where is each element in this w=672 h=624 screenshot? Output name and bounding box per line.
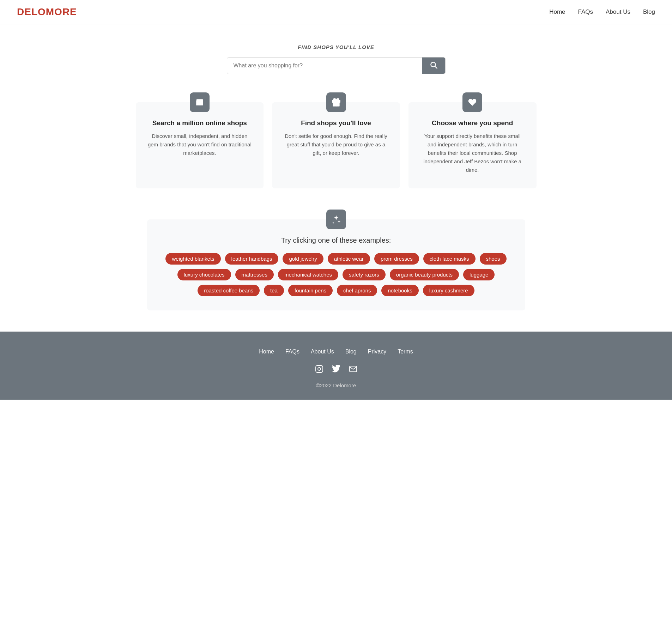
- tag-mechanical-watches[interactable]: mechanical watches: [278, 269, 338, 280]
- footer-nav-about-us[interactable]: About Us: [311, 349, 334, 355]
- feature-desc: Discover small, independent, and hidden …: [147, 132, 253, 157]
- feature-card-heart: Choose where you spendYour support direc…: [408, 102, 537, 188]
- tag-chef-aprons[interactable]: chef aprons: [337, 285, 377, 296]
- tag-mattresses[interactable]: mattresses: [235, 269, 274, 280]
- tag-cloth-face-masks[interactable]: cloth face masks: [423, 253, 476, 265]
- tag-fountain-pens[interactable]: fountain pens: [288, 285, 333, 296]
- nav-item-faqs[interactable]: FAQs: [578, 8, 593, 16]
- tag-luxury-cashmere[interactable]: luxury cashmere: [423, 285, 474, 296]
- footer-nav-blog[interactable]: Blog: [345, 349, 357, 355]
- search-icon: [429, 60, 438, 69]
- feature-title: Choose where you spend: [420, 119, 525, 127]
- footer-nav-privacy[interactable]: Privacy: [368, 349, 386, 355]
- tag-safety-razors[interactable]: safety razors: [343, 269, 386, 280]
- feature-desc: Your support directly benefits these sma…: [420, 132, 525, 174]
- instagram-icon[interactable]: [315, 365, 323, 375]
- site-header: DELOMORE HomeFAQsAbout UsBlog: [0, 0, 672, 24]
- tag-shoes[interactable]: shoes: [480, 253, 507, 265]
- tag-weighted-blankets[interactable]: weighted blankets: [165, 253, 220, 265]
- nav-item-blog[interactable]: Blog: [643, 8, 655, 16]
- tag-leather-handbags[interactable]: leather handbags: [225, 253, 279, 265]
- hero-tagline: FIND SHOPS YOU'LL LOVE: [8, 44, 664, 50]
- main-nav: HomeFAQsAbout UsBlog: [549, 8, 655, 16]
- search-button[interactable]: [422, 57, 445, 74]
- svg-rect-3: [316, 365, 323, 372]
- footer-nav-terms[interactable]: Terms: [398, 349, 413, 355]
- footer-nav: HomeFAQsAbout UsBlogPrivacyTerms: [8, 349, 664, 355]
- examples-icon-wrap: [326, 210, 346, 229]
- hero-section: FIND SHOPS YOU'LL LOVE: [0, 24, 672, 85]
- feature-desc: Don't settle for good enough. Find the r…: [283, 132, 389, 157]
- features-section: Search a million online shopsDiscover sm…: [125, 85, 548, 197]
- feature-card-gift: Find shops you'll loveDon't settle for g…: [272, 102, 400, 188]
- footer-copyright: ©2022 Delomore: [8, 382, 664, 388]
- store-icon-wrap: [190, 92, 210, 112]
- site-logo: DELOMORE: [17, 6, 77, 18]
- tag-gold-jewelry[interactable]: gold jewelry: [283, 253, 323, 265]
- tag-notebooks[interactable]: notebooks: [381, 285, 418, 296]
- examples-section: Try clicking one of these examples: weig…: [147, 219, 525, 310]
- feature-card-store: Search a million online shopsDiscover sm…: [136, 102, 264, 188]
- feature-title: Find shops you'll love: [283, 119, 389, 127]
- tag-luxury-chocolates[interactable]: luxury chocolates: [177, 269, 231, 280]
- tag-tea[interactable]: tea: [264, 285, 284, 296]
- svg-rect-0: [199, 103, 201, 105]
- footer-nav-home[interactable]: Home: [259, 349, 274, 355]
- svg-point-5: [321, 367, 321, 368]
- svg-point-4: [318, 368, 321, 370]
- tag-luggage[interactable]: luggage: [463, 269, 495, 280]
- footer-social-icons: [8, 365, 664, 375]
- nav-item-home[interactable]: Home: [549, 8, 565, 16]
- tag-athletic-wear[interactable]: athletic wear: [328, 253, 370, 265]
- gift-icon-wrap: [326, 92, 346, 112]
- tags-container: weighted blanketsleather handbagsgold je…: [158, 253, 514, 296]
- twitter-icon[interactable]: [332, 365, 340, 375]
- heart-icon-wrap: [462, 92, 482, 112]
- search-bar: [227, 57, 446, 74]
- search-input[interactable]: [227, 57, 422, 74]
- sparkles-icon: [331, 214, 341, 224]
- tag-roasted-coffee-beans[interactable]: roasted coffee beans: [198, 285, 260, 296]
- email-icon[interactable]: [349, 365, 357, 375]
- tag-organic-beauty-products[interactable]: organic beauty products: [390, 269, 459, 280]
- feature-title: Search a million online shops: [147, 119, 253, 127]
- examples-title: Try clicking one of these examples:: [158, 236, 514, 244]
- site-footer: HomeFAQsAbout UsBlogPrivacyTerms ©2022 D…: [0, 332, 672, 400]
- footer-nav-faqs[interactable]: FAQs: [285, 349, 299, 355]
- nav-item-about-us[interactable]: About Us: [606, 8, 630, 16]
- tag-prom-dresses[interactable]: prom dresses: [374, 253, 419, 265]
